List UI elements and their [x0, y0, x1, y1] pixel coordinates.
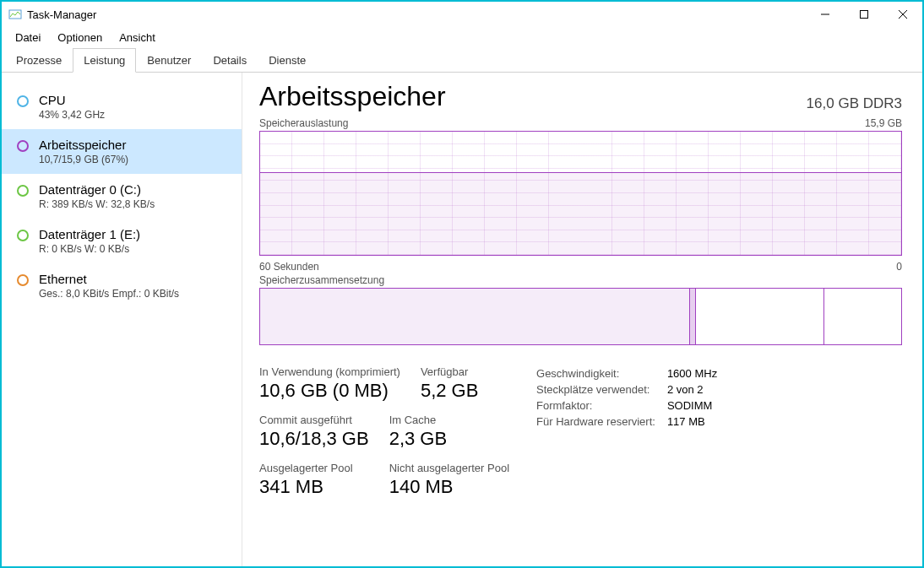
maximize-button[interactable] — [845, 2, 883, 27]
sidebar-item-label: Datenträger 0 (C:) — [39, 182, 155, 197]
composition-segment-inuse — [260, 289, 690, 344]
spec-slots-label: Steckplätze verwendet: — [536, 381, 667, 398]
stat-nonpaged-value: 140 MB — [389, 476, 509, 498]
task-manager-window: { "titlebar": { "title": "Task-Manager" … — [2, 2, 922, 566]
composition-segment-modified — [690, 289, 697, 344]
menu-options[interactable]: Optionen — [51, 30, 109, 46]
svg-rect-0 — [9, 10, 21, 19]
spec-speed-value: 1600 MHz — [667, 365, 729, 381]
network-indicator-icon — [17, 274, 29, 286]
tab-users[interactable]: Benutzer — [136, 48, 202, 73]
sidebar-item-label: Datenträger 1 (E:) — [39, 227, 140, 241]
tab-details[interactable]: Details — [202, 48, 258, 73]
stat-cached-value: 2,3 GB — [389, 428, 509, 450]
sidebar-item-label: Ethernet — [39, 272, 179, 286]
disk-indicator-icon — [17, 185, 29, 197]
window-controls — [806, 2, 922, 27]
usage-graph-time-zero: 0 — [896, 261, 902, 273]
disk-indicator-icon — [17, 230, 29, 241]
spec-slots-value: 2 von 2 — [667, 381, 729, 398]
stats-section: In Verwendung (komprimiert) 10,6 GB (0 M… — [259, 365, 902, 498]
body: CPU 43% 3,42 GHz Arbeitsspeicher 10,7/15… — [2, 73, 922, 566]
stat-nonpaged-label: Nicht ausgelagerter Pool — [389, 462, 509, 474]
stat-paged-value: 341 MB — [259, 476, 369, 498]
usage-graph-fill — [260, 172, 901, 255]
menu-view[interactable]: Ansicht — [112, 30, 162, 46]
sidebar-item-disk-e[interactable]: Datenträger 1 (E:) R: 0 KB/s W: 0 KB/s — [2, 219, 242, 263]
sidebar-item-ethernet[interactable]: Ethernet Ges.: 8,0 KBit/s Empf.: 0 KBit/… — [2, 263, 242, 308]
stat-inuse-label: In Verwendung (komprimiert) — [259, 365, 400, 378]
menu-file[interactable]: Datei — [8, 30, 47, 46]
composition-graph[interactable] — [259, 288, 902, 345]
tab-performance[interactable]: Leistung — [73, 48, 136, 73]
close-icon — [899, 10, 907, 19]
menubar: Datei Optionen Ansicht — [2, 27, 922, 47]
detail-pane: Arbeitsspeicher 16,0 GB DDR3 Speicheraus… — [242, 73, 922, 566]
tab-processes[interactable]: Prozesse — [5, 48, 73, 73]
usage-graph-max: 15,9 GB — [865, 117, 902, 129]
minimize-icon — [821, 10, 829, 19]
app-icon — [8, 8, 22, 21]
sidebar-item-disk-c[interactable]: Datenträger 0 (C:) R: 389 KB/s W: 32,8 K… — [2, 174, 242, 219]
stat-paged-label: Ausgelagerter Pool — [259, 462, 369, 474]
stat-cached-label: Im Cache — [389, 414, 509, 426]
usage-graph[interactable] — [259, 131, 902, 256]
close-button[interactable] — [883, 2, 922, 27]
titlebar: Task-Manager — [2, 2, 922, 27]
spec-reserved-label: Für Hardware reserviert: — [536, 414, 667, 430]
spec-reserved-value: 117 MB — [667, 414, 729, 430]
spec-form-label: Formfaktor: — [536, 398, 667, 414]
spec-speed-label: Geschwindigkeit: — [536, 365, 667, 381]
sidebar-item-sub: 43% 3,42 GHz — [39, 109, 105, 121]
sidebar-item-label: CPU — [39, 93, 105, 107]
sidebar-item-sub: R: 0 KB/s W: 0 KB/s — [39, 243, 140, 255]
tabstrip: Prozesse Leistung Benutzer Details Diens… — [2, 47, 922, 73]
stat-avail-value: 5,2 GB — [421, 380, 478, 402]
composition-segment-free — [824, 289, 901, 344]
memory-indicator-icon — [17, 140, 29, 152]
detail-title: Arbeitsspeicher — [259, 81, 446, 112]
sidebar-item-cpu[interactable]: CPU 43% 3,42 GHz — [2, 84, 242, 129]
sidebar-item-label: Arbeitsspeicher — [39, 138, 128, 152]
stat-commit-label: Commit ausgeführt — [259, 414, 369, 426]
maximize-icon — [860, 10, 868, 19]
tab-services[interactable]: Dienste — [258, 48, 317, 73]
sidebar-item-sub: Ges.: 8,0 KBit/s Empf.: 0 KBit/s — [39, 288, 179, 300]
usage-graph-time-label: 60 Sekunden — [259, 261, 319, 273]
specs-table: Geschwindigkeit:1600 MHz Steckplätze ver… — [536, 365, 729, 498]
sidebar-item-sub: 10,7/15,9 GB (67%) — [39, 154, 128, 165]
composition-segment-standby — [696, 289, 824, 344]
window-title: Task-Manager — [27, 8, 806, 21]
stat-inuse-value: 10,6 GB (0 MB) — [259, 380, 400, 402]
usage-graph-label: Speicherauslastung — [259, 117, 348, 129]
sidebar-item-sub: R: 389 KB/s W: 32,8 KB/s — [39, 198, 155, 210]
cpu-indicator-icon — [17, 95, 29, 107]
spec-form-value: SODIMM — [667, 398, 729, 414]
minimize-button[interactable] — [806, 2, 845, 27]
sidebar-item-memory[interactable]: Arbeitsspeicher 10,7/15,9 GB (67%) — [2, 129, 242, 174]
stat-commit-value: 10,6/18,3 GB — [259, 428, 369, 450]
composition-label: Speicherzusammensetzung — [259, 274, 384, 286]
stat-avail-label: Verfügbar — [421, 365, 478, 378]
svg-rect-2 — [861, 11, 868, 19]
sidebar: CPU 43% 3,42 GHz Arbeitsspeicher 10,7/15… — [2, 73, 242, 566]
detail-total: 16,0 GB DDR3 — [807, 95, 902, 112]
